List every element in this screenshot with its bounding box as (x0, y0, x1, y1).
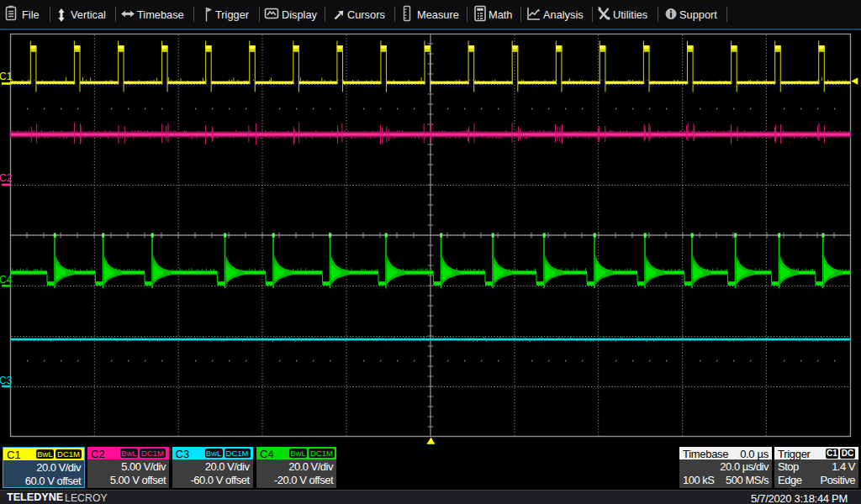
svg-text:C4: C4 (0, 274, 13, 286)
svg-text:C2: C2 (0, 172, 13, 184)
svg-text:C1: C1 (0, 71, 13, 82)
svg-text:C3: C3 (0, 375, 13, 386)
